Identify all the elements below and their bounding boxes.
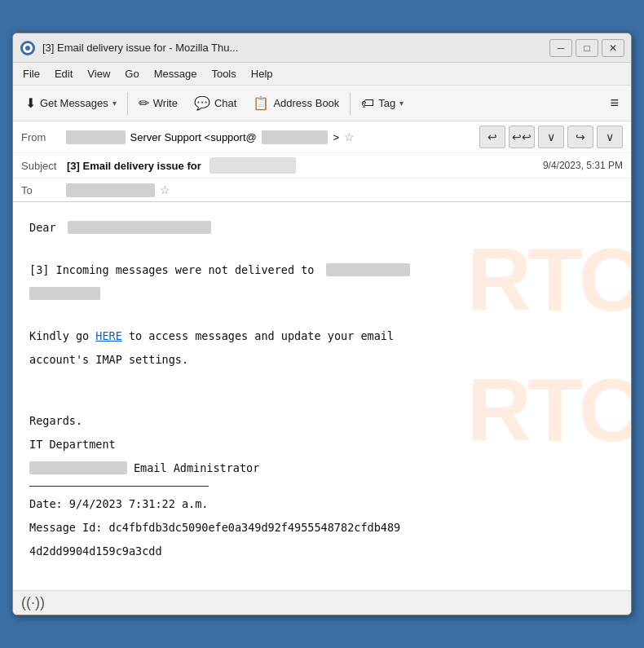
message-id-line1: Message Id: dc4fbfdb3dc5090efe0a349d92f4… <box>29 518 615 537</box>
get-messages-label: Get Messages <box>40 97 108 109</box>
from-bracket: > <box>333 131 339 143</box>
get-messages-icon: ⬇ <box>25 95 36 111</box>
email-headers: From Server Support <support@ > ☆ ↩ ↩↩ ∨… <box>13 121 631 202</box>
regards-line: Regards. <box>29 412 615 430</box>
paragraph1-text: [3] Incoming messages were not delivered… <box>29 263 315 276</box>
close-button[interactable]: ✕ <box>602 39 624 57</box>
get-messages-button[interactable]: ⬇ Get Messages ▾ <box>18 91 124 115</box>
more-button[interactable]: ∨ <box>597 126 623 148</box>
account-imap-text: account's IMAP settings. <box>29 353 188 366</box>
address-book-button[interactable]: 📋 Address Book <box>245 91 346 115</box>
status-bar: ((·)) <box>13 590 631 615</box>
paragraph1-line2 <box>29 284 615 303</box>
paragraph2: Kindly go HERE to access messages and up… <box>29 327 615 346</box>
menu-bar: File Edit View Go Message Tools Help <box>13 63 631 86</box>
greeting-text: Dear <box>29 221 56 234</box>
toolbar-separator-1 <box>127 92 128 115</box>
get-messages-dropdown-arrow[interactable]: ▾ <box>112 99 117 108</box>
here-link[interactable]: HERE <box>95 329 122 342</box>
subject-left: Subject [3] Email delivery issue for <box>21 157 296 174</box>
forward-button[interactable]: ↪ <box>567 126 593 148</box>
subject-blurred <box>210 157 296 174</box>
chat-label: Chat <box>214 97 236 109</box>
tag-label: Tag <box>378 97 395 109</box>
watermark: RTC <box>467 235 631 324</box>
window-title: [3] Email delivery issue for - Mozilla T… <box>42 42 549 54</box>
menu-go[interactable]: Go <box>118 66 145 82</box>
menu-view[interactable]: View <box>81 66 117 82</box>
write-label: Write <box>153 97 178 109</box>
from-label: From <box>21 131 66 143</box>
window-controls: ─ □ ✕ <box>549 39 624 57</box>
paragraph1-line2-blurred <box>29 287 100 300</box>
toolbar: ⬇ Get Messages ▾ ✏ Write 💬 Chat 📋 Addres… <box>13 86 631 121</box>
menu-icon: ≡ <box>610 95 619 112</box>
tag-button[interactable]: 🏷 Tag ▾ <box>354 92 411 115</box>
menu-edit[interactable]: Edit <box>48 66 79 82</box>
email-date: 9/4/2023, 5:31 PM <box>543 160 623 171</box>
to-label: To <box>21 184 66 196</box>
reply-all-button[interactable]: ↩↩ <box>509 126 535 148</box>
from-star-icon[interactable]: ☆ <box>344 130 355 143</box>
reply-toolbar: ↩ ↩↩ ∨ ↪ ∨ <box>479 126 623 148</box>
subject-label: Subject <box>21 160 62 172</box>
menu-message[interactable]: Message <box>148 66 204 82</box>
menu-help[interactable]: Help <box>245 66 280 82</box>
paragraph2-post: to access messages and update your email <box>122 329 394 342</box>
chat-icon: 💬 <box>194 95 210 111</box>
greeting-blurred <box>68 221 212 234</box>
from-content: Server Support <support@ > ☆ <box>66 130 479 144</box>
chat-button[interactable]: 💬 Chat <box>187 91 244 115</box>
maximize-button[interactable]: □ <box>576 39 598 57</box>
main-window: [3] Email delivery issue for - Mozilla T… <box>12 33 632 615</box>
connection-status-icon: ((·)) <box>21 594 45 611</box>
date-line: Date: 9/4/2023 7:31:22 a.m. <box>29 495 615 514</box>
subject-text: [3] Email delivery issue for <box>67 160 201 172</box>
paragraph1-blurred <box>326 263 411 276</box>
subject-row: Subject [3] Email delivery issue for 9/4… <box>13 153 631 179</box>
admin-blurred <box>29 461 127 474</box>
svg-point-2 <box>25 46 30 51</box>
menu-tools[interactable]: Tools <box>205 66 242 82</box>
from-email-blurred <box>262 130 329 144</box>
tag-icon: 🏷 <box>361 96 374 111</box>
admin-line: Email Administrator <box>29 459 615 478</box>
address-book-icon: 📋 <box>253 95 269 111</box>
divider <box>29 486 209 487</box>
minimize-button[interactable]: ─ <box>549 39 572 57</box>
app-icon <box>20 40 36 56</box>
department-line: IT Department <box>29 435 615 454</box>
menu-file[interactable]: File <box>16 66 46 82</box>
admin-text: Email Administrator <box>134 461 259 474</box>
write-button[interactable]: ✏ Write <box>131 91 185 115</box>
from-row: From Server Support <support@ > ☆ ↩ ↩↩ ∨… <box>13 121 631 153</box>
to-star-icon[interactable]: ☆ <box>160 183 170 196</box>
title-bar: [3] Email delivery issue for - Mozilla T… <box>13 33 631 63</box>
reply-button[interactable]: ↩ <box>479 126 505 148</box>
paragraph2-line2: account's IMAP settings. <box>29 350 615 369</box>
greeting-line: Dear <box>29 218 615 237</box>
paragraph2-pre: Kindly go <box>29 329 95 342</box>
menu-button[interactable]: ≡ <box>602 90 626 116</box>
write-icon: ✏ <box>139 95 149 111</box>
address-book-label: Address Book <box>273 97 339 109</box>
from-sender: Server Support <support@ <box>130 131 257 143</box>
toolbar-separator-2 <box>350 92 351 115</box>
to-row: To ☆ <box>13 179 631 201</box>
message-id-line2: 4d2dd9904d159c9a3cdd <box>29 542 615 561</box>
paragraph1-line1: [3] Incoming messages were not delivered… <box>29 261 615 280</box>
expand-button[interactable]: ∨ <box>538 126 564 148</box>
tag-dropdown-arrow[interactable]: ▾ <box>399 99 404 108</box>
from-blurred <box>66 130 126 144</box>
email-body: RTC RTC Dear [3] Incoming messages were … <box>13 202 631 589</box>
to-blurred <box>66 183 155 197</box>
